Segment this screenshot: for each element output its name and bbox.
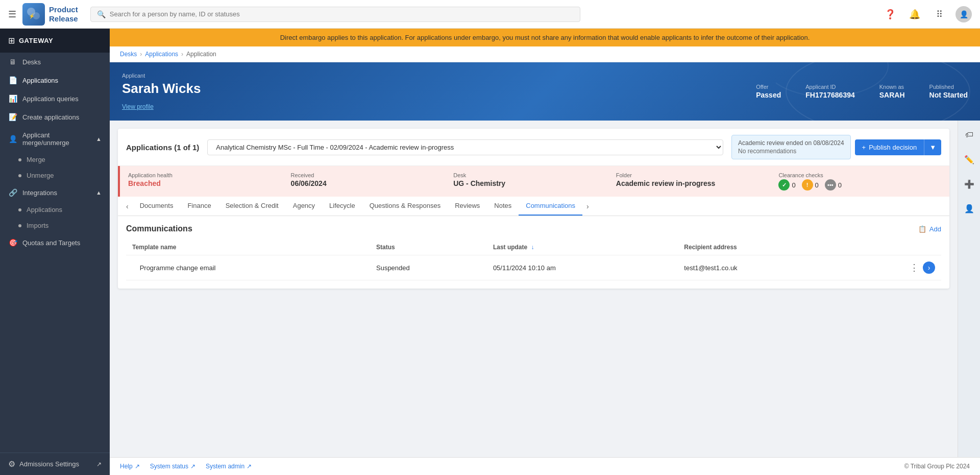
app-name: Product Release [49,5,78,23]
hamburger-menu[interactable]: ☰ [8,9,16,20]
notifications-icon[interactable]: 🔔 [906,6,923,22]
help-icon[interactable]: ❓ [882,6,898,22]
publish-decision-button[interactable]: + Publish decision ▼ [855,139,941,155]
sidebar-settings-label: Admissions Settings [19,460,79,468]
create-icon: 📝 [8,113,17,121]
tab-prev-btn[interactable]: ‹ [122,198,133,215]
tab-reviews[interactable]: Reviews [448,197,487,216]
sidebar-item-create-label: Create applications [22,113,79,121]
expand-merge-icon: ▲ [96,136,102,142]
tab-agency[interactable]: Agency [286,197,322,216]
help-link[interactable]: Help ↗ [120,463,140,470]
row-menu-button[interactable]: ⋮ [910,262,919,273]
sidebar-item-quotas[interactable]: 🎯 Quotas and Targets [0,233,110,252]
communications-table: Template name Status Last update ↓ Recip… [126,240,941,280]
apps-grid-icon[interactable]: ⠿ [931,6,947,22]
system-status-link[interactable]: System status ↗ [150,463,195,470]
card-actions: Academic review ended on 08/08/2024 No r… [731,135,941,159]
search-bar[interactable]: 🔍 [90,7,580,22]
breadcrumb-desks[interactable]: Desks [120,51,137,58]
app-tabs: ‹ Documents Finance Selection & Credit A… [118,197,949,216]
check-icon-green: ✓ [778,179,790,191]
check-icon-gray: ••• [825,179,836,191]
clearance-checks: ✓ 0 ! 0 ••• 0 [778,179,941,191]
user-avatar[interactable]: 👤 [955,6,972,22]
tab-selection-credit[interactable]: Selection & Credit [218,197,286,216]
sidebar-item-unmerge[interactable]: Unmerge [0,168,110,183]
merge-dot [18,158,21,161]
breadcrumb-applications[interactable]: Applications [145,51,178,58]
search-input[interactable] [110,10,574,18]
known-as-meta: Known as SARAH [879,84,905,99]
tab-notes[interactable]: Notes [487,197,519,216]
sidebar: ⊞ GATEWAY 🖥 Desks 📄 Applications 📊 Appli… [0,29,110,475]
sidebar-item-merge[interactable]: Merge [0,152,110,168]
sidebar-item-application-queries[interactable]: 📊 Application queries [0,89,110,108]
comms-header-row: Template name Status Last update ↓ Recip… [126,240,941,255]
add-communication-icon: 📋 [918,225,926,233]
comms-title: Communications [126,224,192,233]
content-area: Direct embargo applies to this applicati… [110,29,980,475]
settings-external-icon: ↗ [96,461,102,468]
clearance-col: Clearance checks ✓ 0 ! 0 [778,172,941,191]
right-panel-person-icon[interactable]: 👤 [961,200,977,217]
help-label: Help [120,463,133,470]
system-status-label: System status [150,463,188,470]
row-recipient: test1@test1.co.uk [678,255,845,280]
desks-icon: 🖥 [8,58,17,66]
health-row: Application health Breached Received 06/… [118,166,949,197]
topbar-actions: ❓ 🔔 ⠿ 👤 [882,6,972,22]
tab-lifecycle[interactable]: Lifecycle [322,197,362,216]
sidebar-item-applicant-merge[interactable]: 👤 Applicant merge/unmerge ▲ [0,126,110,152]
content-main: Applications (1 of 1) Analytical Chemist… [110,121,958,457]
right-panel-edit-icon[interactable]: ✏️ [961,151,977,168]
sidebar-item-desks[interactable]: 🖥 Desks [0,53,110,71]
desk-value: UG - Chemistry [453,179,616,187]
col-actions [845,240,941,255]
system-admin-label: System admin [206,463,244,470]
right-panel-tag-icon[interactable]: 🏷 [961,127,977,143]
applicant-id-label: Applicant ID [805,84,855,90]
application-dropdown[interactable]: Analytical Chemistry MSc - Full Time - 0… [207,139,723,155]
integrations-icon: 🔗 [8,188,17,197]
sidebar-item-create-applications[interactable]: 📝 Create applications [0,108,110,126]
tab-finance[interactable]: Finance [180,197,218,216]
header-meta: Offer Passed Applicant ID FH1717686394 K… [756,84,968,99]
imports-dot [18,224,21,227]
sidebar-item-integrations[interactable]: 🔗 Integrations ▲ [0,183,110,202]
publish-btn-dropdown-icon[interactable]: ▼ [924,139,941,155]
sidebar-item-quotas-label: Quotas and Targets [22,239,80,247]
sidebar-item-desks-label: Desks [22,58,41,66]
sidebar-item-imports-label: Imports [27,222,48,229]
view-profile-link[interactable]: View profile [122,103,154,110]
sidebar-item-int-applications[interactable]: Applications [0,202,110,218]
logo-image: ⚡ [22,3,45,26]
comms-header: Communications 📋 Add [126,224,941,233]
tab-next-btn[interactable]: › [582,198,593,215]
sidebar-item-imports[interactable]: Imports [0,218,110,233]
right-panel-add-icon[interactable]: ➕ [961,176,977,192]
offer-value: Passed [756,91,781,99]
academic-review-box: Academic review ended on 08/08/2024 No r… [731,135,851,159]
applications-icon: 📄 [8,76,17,84]
add-communication-button[interactable]: 📋 Add [918,225,941,233]
tab-communications[interactable]: Communications [519,197,582,216]
desk-label: Desk [453,172,616,178]
published-label: Published [929,84,968,90]
system-admin-link[interactable]: System admin ↗ [206,463,252,470]
review-label: Academic review ended [738,139,803,147]
tab-documents[interactable]: Documents [133,197,181,216]
received-col: Received 06/06/2024 [291,172,454,191]
review-sub: No recommendations [738,148,844,155]
gateway-label: GATEWAY [19,37,53,44]
tab-questions-responses[interactable]: Questions & Responses [362,197,448,216]
sidebar-item-applications[interactable]: 📄 Applications [0,71,110,89]
known-as-value: SARAH [879,91,905,99]
gateway-icon: ⊞ [8,36,15,45]
received-label: Received [291,172,454,178]
sidebar-settings[interactable]: ⚙ Admissions Settings ↗ [0,453,110,475]
embargo-banner: Direct embargo applies to this applicati… [110,29,980,46]
row-actions: ⋮ › [845,255,941,280]
row-expand-button[interactable]: › [923,262,935,274]
clearance-badge-green: ✓ 0 [778,179,795,191]
